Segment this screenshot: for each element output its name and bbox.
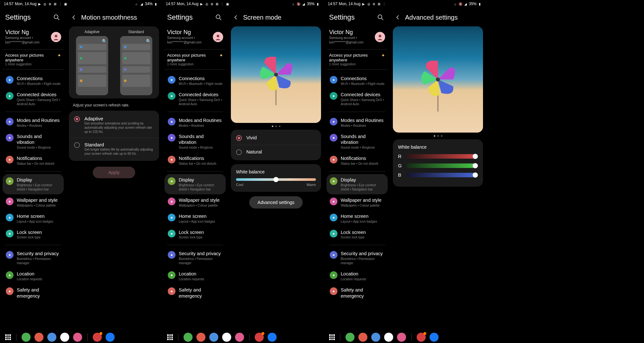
search-button[interactable] [214,13,223,22]
radio-option-adaptive[interactable]: Adaptive Get smoother animations and scr… [69,112,159,138]
preview-pinwheel[interactable] [231,26,321,123]
dock-facebook-icon[interactable] [430,333,439,342]
preview-pinwheel[interactable] [393,26,483,133]
account-sub: Samsung account •lum*********@gmail.com [329,36,364,45]
sidebar-item-safety-and-emergency[interactable]: ● Safety and emergency [165,284,226,302]
sidebar-item-modes-and-routines[interactable]: ● Modes and Routines Modes • Routines [165,115,226,131]
sidebar-item-display[interactable]: ● Display Brightness • Eye comfort shiel… [327,174,388,194]
avatar[interactable] [375,32,385,42]
sidebar-item-connections[interactable]: ● Connections Wi-Fi • Bluetooth • Flight… [3,73,64,89]
avatar[interactable] [51,32,61,42]
dock-gmaps-icon[interactable] [209,333,218,342]
dock-phone-icon[interactable] [22,333,31,342]
sidebar-item-connected-devices[interactable]: ● Connected devices Quick Share • Samsun… [327,89,388,109]
radio-indicator [74,116,80,122]
sidebar-item-modes-and-routines[interactable]: ● Modes and Routines Modes • Routines [3,115,64,131]
svg-point-10 [379,35,381,37]
white-balance-slider[interactable] [236,178,316,181]
dock-phone-icon[interactable] [346,333,355,342]
apps-drawer-icon[interactable] [329,334,335,340]
rgb-g-slider[interactable] [406,163,478,168]
sidebar-item-safety-and-emergency[interactable]: ● Safety and emergency [327,284,388,302]
sidebar-item-label: Wallpaper and style [341,197,382,203]
promo-row[interactable]: Access your pictures anywhere 1 more sug… [165,50,226,70]
sidebar-item-home-screen[interactable]: ● Home screen Layout • App icon badges [165,210,226,227]
dock-gmaps-icon[interactable] [371,333,380,342]
search-button[interactable] [52,13,61,22]
back-button[interactable] [70,14,78,21]
apply-button[interactable]: Apply [93,167,135,178]
promo-row[interactable]: Access your pictures anywhere 1 more sug… [3,50,64,70]
sidebar-item-sounds-and-vibration[interactable]: ● Sounds and vibration Sound mode • Ring… [327,131,388,153]
sidebar-item-location[interactable]: ● Location Location requests [327,268,388,284]
dock-chrome-icon[interactable] [60,333,69,342]
back-button[interactable] [394,14,402,21]
radio-option-standard[interactable]: Standard Get longer battery life by auto… [69,138,159,160]
rgb-b-slider[interactable] [406,173,478,177]
dock-music-icon[interactable] [358,333,367,342]
sidebar-item-display[interactable]: ● Display Brightness • Eye comfort shiel… [165,174,226,194]
sidebar-item-lock-screen[interactable]: ● Lock screen Screen lock type [165,227,226,243]
dock-camera-icon[interactable] [397,333,406,342]
dock-chrome-icon[interactable] [384,333,393,342]
sidebar-item-modes-and-routines[interactable]: ● Modes and Routines Modes • Routines [327,115,388,131]
sidebar-item-lock-screen[interactable]: ● Lock screen Screen lock type [327,227,388,243]
sidebar-item-home-screen[interactable]: ● Home screen Layout • App icon badges [327,210,388,227]
account-row[interactable]: Victor Ng Samsung account •lum*********@… [327,27,388,50]
dock-chrome-icon[interactable] [222,333,231,342]
apps-drawer-icon[interactable] [5,334,11,340]
radio-option-vivid[interactable]: Vivid [231,131,321,145]
pager [393,133,483,139]
sidebar-item-security-and-privacy[interactable]: ● Security and privacy Biometrics • Perm… [165,248,226,268]
apps-drawer-icon[interactable] [167,334,173,340]
promo-sub: 1 more suggestion [5,62,57,66]
preview-adaptive[interactable]: Adaptive 🔍 [72,30,112,95]
sidebar-item-notifications[interactable]: ● Notifications Status bar • Do not dist… [3,153,64,169]
dock-youtube-icon[interactable] [255,333,264,342]
sidebar-item-notifications[interactable]: ● Notifications Status bar • Do not dist… [165,153,226,169]
sidebar-item-wallpaper-and-style[interactable]: ● Wallpaper and style Wallpapers • Colou… [327,194,388,210]
wifi-icon: ● [330,76,337,84]
avatar[interactable] [213,32,223,42]
sidebar-item-location[interactable]: ● Location Location requests [165,268,226,284]
dock-camera-icon[interactable] [235,333,244,342]
sidebar-item-location[interactable]: ● Location Location requests [3,268,64,284]
sidebar-item-sounds-and-vibration[interactable]: ● Sounds and vibration Sound mode • Ring… [165,131,226,153]
sidebar-item-home-screen[interactable]: ● Home screen Layout • App icon badges [3,210,64,227]
sidebar-item-connections[interactable]: ● Connections Wi-Fi • Bluetooth • Flight… [327,73,388,89]
sidebar-item-wallpaper-and-style[interactable]: ● Wallpaper and style Wallpapers • Colou… [3,194,64,210]
dock-music-icon[interactable] [34,333,43,342]
circle-icon: ● [6,118,14,125]
preview-standard[interactable]: Standard 🔍 [116,30,156,95]
sidebar-item-connected-devices[interactable]: ● Connected devices Quick Share • Samsun… [3,89,64,109]
dock-facebook-icon[interactable] [268,333,277,342]
sidebar-item-wallpaper-and-style[interactable]: ● Wallpaper and style Wallpapers • Colou… [165,194,226,210]
divider [167,171,223,172]
sidebar-item-sounds-and-vibration[interactable]: ● Sounds and vibration Sound mode • Ring… [3,131,64,153]
search-button[interactable] [376,13,385,22]
dock-camera-icon[interactable] [73,333,82,342]
sidebar-item-security-and-privacy[interactable]: ● Security and privacy Biometrics • Perm… [327,248,388,268]
dock-facebook-icon[interactable] [106,333,115,342]
dock-youtube-icon[interactable] [93,333,102,342]
sidebar-item-notifications[interactable]: ● Notifications Status bar • Do not dist… [327,153,388,169]
account-row[interactable]: Victor Ng Samsung account •lum*********@… [3,27,64,50]
dock-music-icon[interactable] [196,333,205,342]
sidebar-item-connected-devices[interactable]: ● Connected devices Quick Share • Samsun… [165,89,226,109]
account-row[interactable]: Victor Ng Samsung account •lum*********@… [165,27,226,50]
sidebar-item-connections[interactable]: ● Connections Wi-Fi • Bluetooth • Flight… [165,73,226,89]
dock-gmaps-icon[interactable] [47,333,56,342]
sidebar-item-safety-and-emergency[interactable]: ● Safety and emergency [3,284,64,302]
devices-icon: ● [168,92,175,100]
sidebar-item-display[interactable]: ● Display Brightness • Eye comfort shiel… [3,174,64,194]
radio-option-natural[interactable]: Natural [231,145,321,159]
advanced-settings-button[interactable]: Advanced settings [249,196,303,209]
rgb-r-slider[interactable] [406,154,478,159]
dock-youtube-icon[interactable] [417,333,426,342]
sidebar-item-lock-screen[interactable]: ● Lock screen Screen lock type [3,227,64,243]
back-button[interactable] [232,14,240,21]
sidebar-item-sub: Location requests [341,277,366,281]
dock-phone-icon[interactable] [184,333,193,342]
promo-row[interactable]: Access your pictures anywhere 1 more sug… [327,50,388,70]
sidebar-item-security-and-privacy[interactable]: ● Security and privacy Biometrics • Perm… [3,248,64,268]
